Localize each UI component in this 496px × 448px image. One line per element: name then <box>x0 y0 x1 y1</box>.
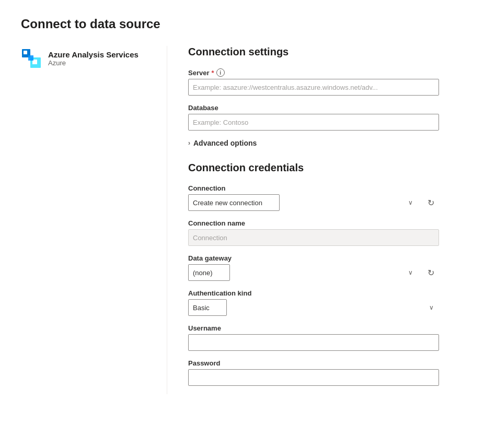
server-info-icon[interactable]: i <box>216 68 225 77</box>
connection-refresh-icon: ↻ <box>428 198 434 208</box>
auth-kind-label: Authentication kind <box>188 289 475 297</box>
svg-rect-1 <box>24 51 27 54</box>
connection-name-input[interactable] <box>188 229 439 246</box>
main-content: Connection settings Server * i Database <box>167 46 475 394</box>
advanced-options-toggle[interactable]: › Advanced options <box>188 139 475 147</box>
connection-select[interactable]: Create new connection <box>188 194 280 211</box>
connection-label: Connection <box>188 184 475 192</box>
auth-kind-select-wrapper: Basic <box>188 299 439 316</box>
username-field-group: Username <box>188 324 475 351</box>
page-container: Connect to data source <box>0 0 496 448</box>
database-field-group: Database <box>188 104 475 131</box>
server-input[interactable] <box>188 79 439 96</box>
azure-analysis-services-icon <box>21 48 42 69</box>
database-input[interactable] <box>188 114 439 131</box>
connection-select-wrapper: Create new connection ↻ <box>188 194 439 211</box>
password-field-group: Password <box>188 359 475 386</box>
auth-kind-select[interactable]: Basic <box>188 299 227 316</box>
service-item: Azure Analysis Services Azure <box>21 48 150 69</box>
advanced-options-label: Advanced options <box>193 139 257 147</box>
server-field-group: Server * i <box>188 68 475 96</box>
data-gateway-label: Data gateway <box>188 254 475 262</box>
page-title: Connect to data source <box>21 17 475 31</box>
data-gateway-refresh-icon: ↻ <box>428 268 434 278</box>
database-label: Database <box>188 104 475 112</box>
password-label: Password <box>188 359 475 367</box>
connection-name-field-group: Connection name <box>188 219 475 246</box>
data-gateway-field-group: Data gateway (none) ↻ <box>188 254 475 281</box>
data-gateway-select-wrapper: (none) ↻ <box>188 264 439 281</box>
connection-select-container: Create new connection <box>188 194 418 211</box>
main-layout: Azure Analysis Services Azure Connection… <box>21 46 475 394</box>
username-label: Username <box>188 324 475 332</box>
connection-refresh-button[interactable]: ↻ <box>422 194 439 211</box>
connection-field-group: Connection Create new connection ↻ <box>188 184 475 211</box>
service-info: Azure Analysis Services Azure <box>48 50 139 67</box>
data-gateway-refresh-button[interactable]: ↻ <box>422 264 439 281</box>
data-gateway-select-container: (none) <box>188 264 418 281</box>
service-subtitle: Azure <box>48 59 139 67</box>
auth-kind-field-group: Authentication kind Basic <box>188 289 475 316</box>
sidebar: Azure Analysis Services Azure <box>21 46 167 394</box>
svg-rect-4 <box>28 55 33 61</box>
username-input[interactable] <box>188 334 439 351</box>
server-label: Server * i <box>188 68 475 77</box>
advanced-options-chevron-icon: › <box>188 139 190 147</box>
connection-credentials-title: Connection credentials <box>188 162 475 174</box>
connection-settings-title: Connection settings <box>188 46 475 58</box>
password-input[interactable] <box>188 369 439 386</box>
connection-name-label: Connection name <box>188 219 475 227</box>
auth-kind-select-container: Basic <box>188 299 439 316</box>
data-gateway-select[interactable]: (none) <box>188 264 230 281</box>
service-name: Azure Analysis Services <box>48 50 139 59</box>
server-required-star: * <box>211 69 214 77</box>
